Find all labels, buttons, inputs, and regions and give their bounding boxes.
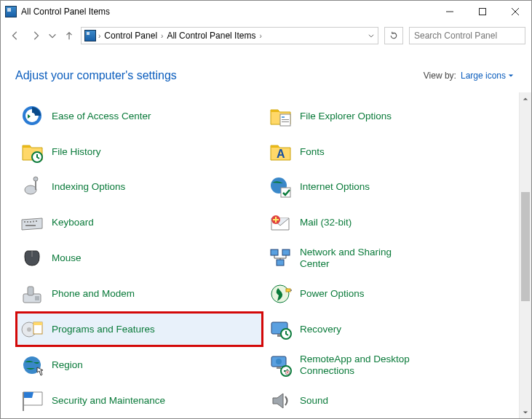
item-fonts[interactable]: Fonts <box>263 134 512 169</box>
view-by-dropdown[interactable]: Large icons <box>461 71 514 81</box>
recent-locations-button[interactable] <box>47 27 57 44</box>
item-label: Power Options <box>300 288 365 300</box>
item-label: Mail (32-bit) <box>300 217 352 228</box>
item-internet-options[interactable]: Internet Options <box>263 169 512 205</box>
item-label: Keyboard <box>52 217 94 228</box>
phone-and-modem-icon <box>20 282 44 306</box>
view-by-value: Large icons <box>461 71 506 81</box>
search-input[interactable] <box>410 31 525 41</box>
minimize-button[interactable] <box>433 1 466 23</box>
chevron-right-icon[interactable]: › <box>259 32 261 40</box>
settings-header: Adjust your computer's settings View by:… <box>1 49 531 92</box>
item-label: Recovery <box>300 324 341 335</box>
item-sound[interactable]: Sound <box>263 383 512 418</box>
item-label: Fonts <box>300 146 325 158</box>
mail-32-bit-icon <box>268 210 293 235</box>
item-phone-and-modem[interactable]: Phone and Modem <box>15 276 263 311</box>
title-bar: All Control Panel Items <box>1 1 531 23</box>
file-explorer-options-icon <box>268 103 293 128</box>
ease-of-access-center-icon <box>20 103 44 128</box>
programs-and-features-icon <box>20 317 44 342</box>
item-label: Programs and Features <box>52 324 155 335</box>
scroll-thumb[interactable] <box>521 192 530 301</box>
navigation-bar: › Control Panel › All Control Panel Item… <box>1 23 531 49</box>
item-label: Ease of Access Center <box>52 111 151 122</box>
breadcrumb-current[interactable]: All Control Panel Items <box>165 31 257 41</box>
up-button[interactable] <box>60 27 78 44</box>
control-panel-icon <box>5 6 17 17</box>
scroll-down-button[interactable] <box>520 406 531 418</box>
scroll-track[interactable] <box>520 105 531 406</box>
file-history-icon <box>20 139 44 164</box>
internet-options-icon <box>268 175 293 199</box>
view-by-control: View by: Large icons <box>424 71 514 81</box>
region-icon <box>20 353 44 378</box>
item-file-history[interactable]: File History <box>15 134 263 169</box>
back-button[interactable] <box>7 27 24 44</box>
item-label: Security and Maintenance <box>52 395 165 407</box>
item-label: File History <box>52 146 101 158</box>
item-indexing-options[interactable]: Indexing Options <box>15 169 263 205</box>
control-panel-icon <box>84 30 96 41</box>
window-title: All Control Panel Items <box>21 7 433 17</box>
item-remoteapp-and-desktop-connections[interactable]: RemoteApp and Desktop Connections <box>263 347 512 383</box>
item-recovery[interactable]: Recovery <box>263 311 512 347</box>
item-label: Region <box>52 359 83 371</box>
security-and-maintenance-icon <box>20 388 44 413</box>
refresh-button[interactable] <box>384 27 403 44</box>
item-label: Indexing Options <box>52 181 125 193</box>
remoteapp-and-desktop-connections-icon <box>268 353 293 378</box>
power-options-icon <box>268 282 293 306</box>
item-label: RemoteApp and Desktop Connections <box>300 354 420 376</box>
item-label: Internet Options <box>300 181 370 193</box>
item-keyboard[interactable]: Keyboard <box>15 205 263 241</box>
sound-icon <box>268 388 293 413</box>
item-label: Mouse <box>52 252 82 264</box>
item-network-and-sharing-center[interactable]: Network and Sharing Center <box>263 241 512 276</box>
scroll-up-button[interactable] <box>520 92 531 105</box>
forward-button[interactable] <box>27 27 44 44</box>
item-label: File Explorer Options <box>300 111 392 122</box>
item-programs-and-features[interactable]: Programs and Features <box>15 311 263 347</box>
keyboard-icon <box>20 210 44 235</box>
chevron-right-icon[interactable]: › <box>98 32 100 40</box>
view-by-label: View by: <box>424 71 456 81</box>
indexing-options-icon <box>20 175 44 199</box>
item-label: Sound <box>300 395 328 407</box>
chevron-right-icon[interactable]: › <box>161 32 163 40</box>
breadcrumb-root[interactable]: Control Panel <box>103 31 159 41</box>
item-file-explorer-options[interactable]: File Explorer Options <box>263 98 512 134</box>
maximize-button[interactable] <box>466 1 499 23</box>
mouse-icon <box>20 246 44 271</box>
recovery-icon <box>268 317 293 342</box>
item-label: Network and Sharing Center <box>300 247 420 269</box>
item-security-and-maintenance[interactable]: Security and Maintenance <box>15 383 263 418</box>
chevron-down-icon[interactable] <box>368 32 375 39</box>
fonts-icon <box>268 139 293 164</box>
close-button[interactable] <box>499 1 531 23</box>
chevron-down-icon <box>508 73 514 79</box>
item-label: Phone and Modem <box>52 288 135 300</box>
vertical-scrollbar[interactable] <box>519 92 531 418</box>
network-and-sharing-center-icon <box>268 246 293 271</box>
adjust-settings-label: Adjust your computer's settings <box>15 69 424 82</box>
svg-rect-1 <box>479 9 485 15</box>
address-bar[interactable]: › Control Panel › All Control Panel Item… <box>81 27 378 44</box>
items-grid: Ease of Access CenterFile HistoryIndexin… <box>1 92 519 418</box>
item-power-options[interactable]: Power Options <box>263 276 512 311</box>
item-ease-of-access-center[interactable]: Ease of Access Center <box>15 98 263 134</box>
item-mouse[interactable]: Mouse <box>15 241 263 276</box>
item-mail-32-bit[interactable]: Mail (32-bit) <box>263 205 512 241</box>
item-region[interactable]: Region <box>15 347 263 383</box>
search-box[interactable] <box>409 27 525 44</box>
